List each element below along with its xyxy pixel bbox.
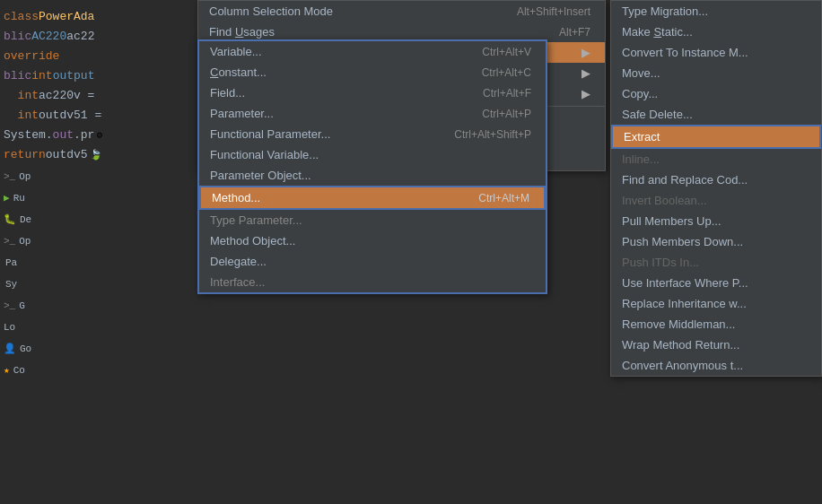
code-line-2: blic AC220 ac22 bbox=[4, 27, 185, 47]
right-menu-invert-boolean[interactable]: Invert Boolean... bbox=[611, 190, 821, 211]
sidebar-icon-go: 👤Go bbox=[4, 339, 185, 359]
sidebar-icon-cmd: >_G bbox=[4, 296, 185, 316]
gear-icon: ⚙ bbox=[96, 126, 102, 145]
submenu-parameter[interactable]: Parameter... Ctrl+Alt+P bbox=[199, 103, 546, 124]
refactor-submenu: Variable... Ctrl+Alt+V Constant... Ctrl+… bbox=[197, 39, 547, 294]
code-line-3: override bbox=[4, 47, 185, 66]
right-menu-find-replace-code[interactable]: Find and Replace Cod... bbox=[611, 169, 821, 190]
right-menu-wrap-method[interactable]: Wrap Method Return... bbox=[611, 335, 821, 355]
sidebar-line-sy: Sy bbox=[4, 274, 185, 294]
leaf-icon: 🍃 bbox=[90, 145, 102, 165]
arrow-right-icon-folding: ▶ bbox=[582, 66, 590, 80]
menu-item-column-selection[interactable]: Column Selection Mode Alt+Shift+Insert bbox=[198, 1, 605, 22]
code-editor: class PowerAda blic AC220 ac22 override … bbox=[0, 0, 188, 504]
right-menu-push-itds[interactable]: Push ITDs In... bbox=[611, 252, 821, 273]
right-menu-make-static[interactable]: Make Static... bbox=[611, 22, 821, 42]
code-line-8: return outdv5 🍃 bbox=[4, 145, 185, 165]
right-menu-convert-anonymous[interactable]: Convert Anonymous t... bbox=[611, 355, 821, 376]
right-menu-copy[interactable]: Copy... bbox=[611, 83, 821, 104]
code-line-5: int ac220v = bbox=[4, 86, 185, 106]
sidebar-icon-terminal: >_Op bbox=[4, 167, 185, 187]
submenu-field[interactable]: Field... Ctrl+Alt+F bbox=[199, 83, 546, 103]
arrow-right-icon: ▶ bbox=[582, 46, 590, 59]
submenu-parameter-object[interactable]: Parameter Object... bbox=[199, 165, 546, 186]
right-menu-inline[interactable]: Inline... bbox=[611, 149, 821, 169]
submenu-delegate[interactable]: Delegate... bbox=[199, 251, 546, 272]
sidebar-icon-debug: 🐛De bbox=[4, 210, 185, 230]
right-menu-convert-instance[interactable]: Convert To Instance M... bbox=[611, 42, 821, 63]
sidebar-icon-terminal2: >_Op bbox=[4, 231, 185, 251]
code-line-6: int outdv51 = bbox=[4, 106, 185, 126]
sidebar-icon-run: ▶Ru bbox=[4, 188, 185, 208]
right-menu-safe-delete[interactable]: Safe Delete... bbox=[611, 104, 821, 125]
right-menu-push-members-down[interactable]: Push Members Down... bbox=[611, 231, 821, 252]
submenu-variable[interactable]: Variable... Ctrl+Alt+V bbox=[199, 41, 546, 62]
submenu-functional-variable[interactable]: Functional Variable... bbox=[199, 144, 546, 165]
right-menu-type-migration[interactable]: Type Migration... bbox=[611, 1, 821, 22]
right-menu-extract[interactable]: Extract bbox=[611, 125, 821, 149]
right-menu-move[interactable]: Move... bbox=[611, 63, 821, 83]
submenu-constant[interactable]: Constant... Ctrl+Alt+C bbox=[199, 62, 546, 83]
sidebar-icon-co: ★Co bbox=[4, 361, 185, 380]
code-line-1: class PowerAda bbox=[4, 7, 185, 27]
sidebar-line-pa: Pa bbox=[4, 253, 185, 273]
code-line-7: System.out.pr ⚙ bbox=[4, 126, 185, 145]
submenu-functional-parameter[interactable]: Functional Parameter... Ctrl+Alt+Shift+P bbox=[199, 124, 546, 144]
right-menu-pull-members-up[interactable]: Pull Members Up... bbox=[611, 211, 821, 231]
arrow-right-icon-analyze: ▶ bbox=[582, 87, 590, 100]
submenu-method[interactable]: Method... Ctrl+Alt+M bbox=[199, 186, 546, 210]
right-menu-use-interface[interactable]: Use Interface Where P... bbox=[611, 273, 821, 293]
code-line-4: blic int output bbox=[4, 66, 185, 86]
submenu-interface[interactable]: Interface... bbox=[199, 272, 546, 292]
right-context-menu: Type Migration... Make Static... Convert… bbox=[610, 0, 822, 377]
submenu-method-object[interactable]: Method Object... bbox=[199, 230, 546, 251]
right-menu-remove-middleman[interactable]: Remove Middleman... bbox=[611, 314, 821, 335]
right-menu-replace-inheritance[interactable]: Replace Inheritance w... bbox=[611, 293, 821, 314]
submenu-type-parameter[interactable]: Type Parameter... bbox=[199, 210, 546, 230]
